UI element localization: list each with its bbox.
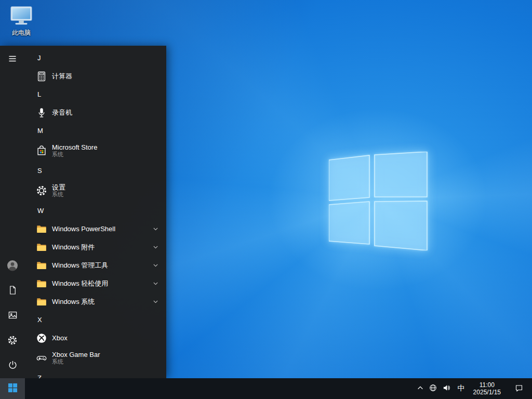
start-app-list: J计算器L录音机MMicrosoft Store系统S设置系统WWindows … [25, 46, 166, 378]
app-label: 录音机 [52, 109, 72, 116]
start-folder-item[interactable]: Windows PowerShell [25, 220, 166, 238]
network-globe-icon [429, 384, 437, 393]
start-folder-item[interactable]: Windows 附件 [25, 238, 166, 256]
windows-start-icon [8, 383, 18, 394]
letter-header-X[interactable]: X [25, 311, 166, 329]
documents-icon [8, 285, 18, 297]
app-label: 设置 [52, 183, 65, 191]
start-app-item[interactable]: Xbox Game Bar系统 [25, 347, 166, 369]
power-button[interactable] [0, 353, 25, 378]
app-sublabel: 系统 [52, 191, 65, 198]
action-center-icon [515, 384, 523, 394]
app-sublabel: 系统 [52, 358, 100, 365]
start-app-item[interactable]: 计算器 [25, 67, 166, 85]
clock-date: 2025/1/15 [473, 389, 501, 396]
this-pc-icon [9, 5, 33, 28]
folder-icon [35, 296, 48, 308]
settings-gear-icon [7, 335, 18, 347]
taskbar-clock[interactable]: 11:00 2025/1/15 [469, 381, 505, 396]
app-label: Xbox Game Bar [52, 351, 100, 358]
chevron-down-icon [152, 262, 159, 269]
app-label: Windows PowerShell [52, 225, 115, 233]
hamburger-icon [8, 54, 17, 65]
clock-time: 11:00 [480, 381, 495, 389]
folder-icon [35, 277, 48, 290]
start-app-item[interactable]: 录音机 [25, 103, 166, 122]
user-account-icon [6, 259, 19, 273]
menu-expand-button[interactable] [0, 47, 25, 72]
start-button[interactable] [0, 378, 25, 399]
start-menu: J计算器L录音机MMicrosoft Store系统S设置系统WWindows … [0, 46, 166, 378]
chevron-up-icon [417, 384, 424, 393]
xbox-icon [35, 332, 48, 344]
start-folder-item[interactable]: Windows 轻松使用 [25, 274, 166, 292]
chevron-down-icon [152, 298, 159, 305]
start-app-item[interactable]: Xbox [25, 329, 166, 347]
app-sublabel: 系统 [52, 151, 97, 158]
calculator-icon [35, 70, 48, 83]
app-label: Microsoft Store [52, 143, 97, 151]
settings-button[interactable] [0, 328, 25, 353]
documents-button[interactable] [0, 278, 25, 303]
settings-gear-icon [35, 184, 48, 197]
pictures-button[interactable] [0, 303, 25, 328]
folder-icon [35, 223, 48, 235]
folder-icon [35, 259, 48, 272]
start-app-item[interactable]: 设置系统 [25, 180, 166, 202]
store-icon [35, 144, 48, 157]
taskbar: 中 11:00 2025/1/15 [0, 378, 532, 399]
chevron-down-icon [152, 280, 159, 287]
app-label: Windows 附件 [52, 243, 95, 251]
microphone-icon [35, 107, 48, 119]
system-tray: 中 11:00 2025/1/15 [414, 378, 532, 399]
letter-header-Z[interactable]: Z [25, 369, 166, 378]
letter-header-W[interactable]: W [25, 202, 166, 220]
user-account-button[interactable] [0, 254, 25, 278]
ime-indicator[interactable]: 中 [454, 378, 469, 399]
app-label: 计算器 [52, 72, 72, 80]
start-menu-rail [0, 46, 25, 378]
letter-header-S[interactable]: S [25, 162, 166, 180]
letter-header-J[interactable]: J [25, 49, 166, 67]
chevron-down-icon [152, 225, 159, 232]
start-app-item[interactable]: Microsoft Store系统 [25, 140, 166, 162]
letter-header-L[interactable]: L [25, 85, 166, 103]
windows-desktop: 此电脑 [0, 0, 532, 399]
windows-logo [329, 152, 428, 250]
app-label: Xbox [52, 334, 68, 342]
action-center-button[interactable] [510, 378, 528, 399]
desktop-icon-label: 此电脑 [12, 29, 31, 36]
gamebar-icon [35, 352, 48, 364]
start-folder-item[interactable]: Windows 系统 [25, 292, 166, 311]
folder-icon [35, 241, 48, 254]
volume-icon [443, 384, 450, 393]
letter-header-M[interactable]: M [25, 122, 166, 140]
power-icon [8, 360, 18, 371]
app-label: Windows 轻松使用 [52, 280, 108, 287]
network-button[interactable] [427, 378, 440, 399]
app-label: Windows 系统 [52, 298, 95, 305]
pictures-icon [8, 310, 18, 322]
app-label: Windows 管理工具 [52, 261, 108, 269]
volume-button[interactable] [440, 378, 454, 399]
desktop-icon-this-pc[interactable]: 此电脑 [6, 5, 36, 36]
chevron-down-icon [152, 244, 159, 250]
start-folder-item[interactable]: Windows 管理工具 [25, 256, 166, 274]
tray-overflow-button[interactable] [414, 378, 427, 399]
